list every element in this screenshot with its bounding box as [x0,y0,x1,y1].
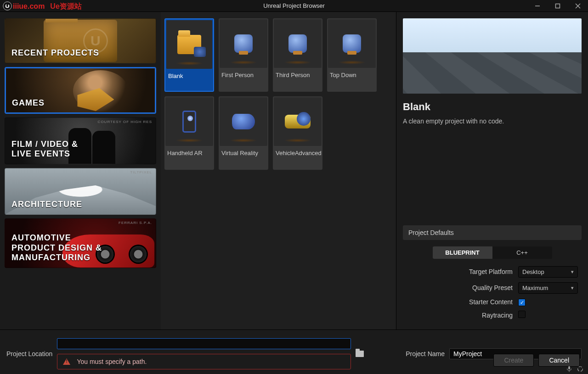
template-top-down[interactable]: Top Down [327,18,377,92]
code-type-toggle: BLUEPRINT C++ [407,246,578,259]
category-games[interactable]: GAMES [5,67,156,114]
project-defaults-header: Project Defaults [403,225,582,240]
chevron-down-icon: ▾ [571,285,574,291]
activity-icon[interactable] [576,365,584,373]
template-label: Virtual Reality [219,147,268,156]
project-name-label: Project Name [406,350,445,357]
wheel-art [129,245,148,264]
cpp-toggle[interactable]: C++ [492,246,552,259]
template-virtual-reality[interactable]: Virtual Reality [219,96,268,170]
template-handheld-ar[interactable]: Handheld AR [164,96,214,170]
category-label: ARCHITECTURE [11,200,82,210]
category-sidebar: U RECENT PROJECTS GAMES COURTESY OF HIGH… [0,12,161,329]
dropdown-value: Desktop [522,268,544,275]
template-label: Blank [165,70,213,79]
create-button[interactable]: Create [493,354,534,367]
unreal-logo-icon [3,1,12,11]
chevron-down-icon: ▾ [571,269,574,275]
bottom-bar: Project Location You must specify a path… [0,329,588,374]
credit-label: TILTPIXEL [130,170,152,174]
template-area: Blank First Person Third Person Top Down… [161,12,396,329]
svg-point-0 [3,1,11,10]
status-bar [564,364,585,374]
error-message: You must specify a path. [57,354,351,369]
template-title: Blank [403,101,582,113]
robot-icon [343,34,361,53]
microphone-icon[interactable] [565,365,573,373]
category-label: FILM / VIDEO & LIVE EVENTS [11,140,78,159]
template-third-person[interactable]: Third Person [273,18,322,92]
category-recent-projects[interactable]: U RECENT PROJECTS [5,18,156,63]
phone-icon [182,111,196,133]
browse-folder-button[interactable] [356,351,364,357]
error-text: You must specify a path. [77,358,147,365]
template-vehicle-advanced[interactable]: VehicleAdvanced [273,96,322,170]
project-location-input[interactable] [57,338,351,349]
category-label: RECENT PROJECTS [11,48,99,58]
category-label: GAMES [12,98,45,108]
credit-label: FERRARI S.P.A. [119,221,152,225]
details-panel: Blank A clean empty project with no code… [396,12,588,329]
minimize-button[interactable] [527,0,548,12]
target-platform-label: Target Platform [407,268,518,275]
maximize-button[interactable] [548,0,568,12]
window-controls [527,0,588,12]
credit-label: COURTESY OF HIGH RES [98,120,152,124]
vehicle-icon [285,115,311,128]
dropdown-value: Maximum [522,285,548,291]
svg-rect-2 [556,4,560,8]
category-architecture[interactable]: TILTPIXEL ARCHITECTURE [5,168,156,215]
category-automotive[interactable]: FERRARI S.P.A. AUTOMOTIVE PRODUCT DESIGN… [5,218,156,268]
template-first-person[interactable]: First Person [219,18,268,92]
watermark: iiiue.com Ue资源站 [13,2,82,11]
target-platform-dropdown[interactable]: Desktop ▾ [518,266,578,278]
category-film-video[interactable]: COURTESY OF HIGH RES FILM / VIDEO & LIVE… [5,117,156,164]
raytracing-label: Raytracing [407,312,518,319]
template-label: Third Person [273,69,322,78]
warning-icon [63,358,70,365]
starter-content-label: Starter Content [407,298,518,306]
template-blank[interactable]: Blank [164,18,214,92]
svg-rect-5 [568,366,570,369]
titlebar: Unreal Project Browser [0,0,588,12]
robot-icon [288,34,307,53]
template-label: First Person [219,69,268,78]
svg-point-7 [578,367,583,372]
template-label: Handheld AR [164,147,214,156]
robot-icon [234,34,253,53]
silhouette-art [92,131,115,164]
window-title: Unreal Project Browser [263,2,325,9]
vr-headset-icon [232,114,255,129]
blueprint-toggle[interactable]: BLUEPRINT [433,246,492,259]
template-label: VehicleAdvanced [273,147,322,156]
template-label: Top Down [327,69,377,78]
template-description: A clean empty project with no code. [403,117,582,125]
category-label: AUTOMOTIVE PRODUCT DESIGN & MANUFACTURIN… [11,233,102,263]
starter-content-checkbox[interactable]: ✓ [518,299,526,306]
raytracing-checkbox[interactable] [518,311,526,318]
quality-preset-label: Quality Preset [407,284,518,291]
folder-icon [177,35,201,54]
project-location-label: Project Location [6,350,52,357]
template-preview [403,18,582,94]
close-button[interactable] [568,0,588,12]
quality-preset-dropdown[interactable]: Maximum ▾ [518,282,578,294]
